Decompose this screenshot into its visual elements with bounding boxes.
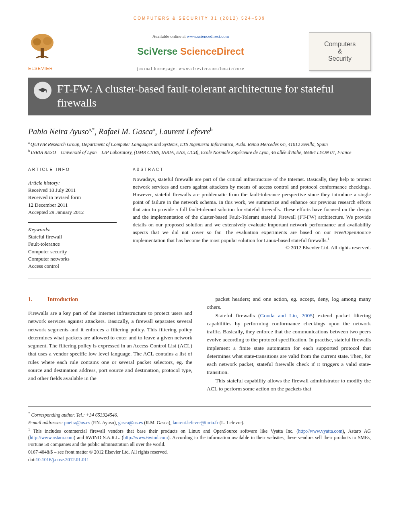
history-revised-1: Received in revised form	[28, 194, 117, 201]
corr-label: Corresponding author. Tel.: +34 65332454…	[31, 412, 118, 418]
affil-a-text: QUIVIR Research Group, Department of Com…	[31, 142, 328, 147]
section-title: Introduction	[47, 296, 78, 302]
abstract-body: Nowadays, stateful firewalls are part of…	[133, 176, 371, 243]
keyword-item: Stateful firewall	[28, 233, 117, 240]
abstract-column: ABSTRACT Nowadays, stateful firewalls ar…	[133, 167, 371, 276]
author-1-sup: a,*	[89, 127, 95, 132]
history-accepted: Accepted 29 January 2012	[28, 209, 117, 216]
affiliation-b: bINRIA RESO – Université of Lyon – LIP L…	[28, 148, 371, 156]
article-history: Article history: Received 18 July 2011 R…	[28, 176, 117, 216]
affil-b-text: INRIA RESO – Université of Lyon – LIP La…	[31, 150, 352, 155]
available-online: Available online at www.sciencedirect.co…	[72, 34, 309, 39]
author-3-sup: b	[210, 127, 212, 132]
front-matter: 0167-4048/$ – see front matter © 2012 El…	[28, 449, 371, 456]
keyword-item: Fault-tolerance	[28, 240, 117, 248]
sciencedirect-link[interactable]: www.sciencedirect.com	[187, 34, 229, 39]
authors-line: Pablo Neira Ayusoa,*, Rafael M. Gascaa, …	[28, 127, 371, 136]
keyword-item: Access control	[28, 263, 117, 270]
affil-a-sup: a	[28, 141, 30, 145]
body-paragraph: packet headers; and one action, eg. acce…	[207, 295, 371, 312]
author-1: Pablo Neira Ayuso	[28, 127, 89, 136]
body-text: ) extend packet filtering capabilities b…	[207, 312, 371, 376]
sciverse-text-a: SciVerse	[137, 46, 180, 57]
doi-line: doi:10.1016/j.cose.2012.01.011	[28, 456, 371, 463]
divider	[28, 279, 371, 279]
running-head: computers & security 31 (2012) 524–539	[28, 16, 371, 21]
journal-title-line2: Security	[328, 55, 352, 62]
title-bar: FT-FW: A cluster-based fault-tolerant ar…	[28, 78, 371, 115]
body-paragraph: Firewalls are a key part of the Internet…	[28, 309, 192, 382]
affil-b-sup: b	[28, 149, 30, 153]
email-link[interactable]: gasca@us.es	[118, 420, 143, 425]
info-abstract-row: ARTICLE INFO Article history: Received 1…	[28, 167, 371, 276]
abstract-footnote-marker: 1	[328, 237, 330, 241]
email-who: (P.N. Ayuso),	[90, 420, 118, 425]
svg-rect-5	[41, 91, 44, 92]
keywords-label: Keywords:	[28, 226, 117, 233]
citation-link[interactable]: Gouda and Liu, 2005	[260, 312, 313, 318]
header-center: Available online at www.sciencedirect.co…	[72, 32, 309, 71]
publisher-name: ELSEVIER	[28, 66, 53, 71]
doi-link[interactable]: 10.1016/j.cose.2012.01.011	[36, 457, 89, 462]
sciverse-text-b: ScienceDirect	[180, 46, 244, 57]
section-number: 1.	[28, 295, 47, 304]
email-link[interactable]: pneira@us.es	[64, 420, 90, 425]
body-paragraph: This stateful capability allows the fire…	[207, 377, 371, 393]
affiliation-a: aQUIVIR Research Group, Department of Co…	[28, 140, 371, 148]
vendor-link[interactable]: http://www.astaro.com	[30, 435, 74, 440]
header-box: ELSEVIER Available online at www.science…	[28, 28, 371, 75]
article-title: FT-FW: A cluster-based fault-tolerant ar…	[57, 82, 365, 110]
history-label: Article history:	[28, 179, 117, 187]
keyword-item: Computer networks	[28, 255, 117, 263]
history-received: Received 18 July 2011	[28, 187, 117, 194]
corresponding-author: * Corresponding author. Tel.: +34 653324…	[28, 411, 371, 419]
journal-homepage: journal homepage: www.elsevier.com/locat…	[72, 66, 309, 71]
sciverse-logo: SciVerse ScienceDirect	[72, 46, 309, 57]
vendor-link[interactable]: http://www.vyatta.com	[298, 428, 342, 434]
author-2: Rafael M. Gasca	[99, 127, 153, 136]
author-2-sup: a	[153, 127, 155, 132]
journal-title-line1: Computers	[324, 41, 356, 48]
svg-point-2	[43, 37, 52, 45]
journal-title-amp: &	[338, 48, 342, 55]
svg-point-1	[33, 38, 41, 45]
emails-label: E-mail addresses:	[28, 420, 64, 425]
author-3: Laurent Lefevre	[159, 127, 210, 136]
footnote-1: 1 This includes commercial firewall vend…	[28, 427, 371, 448]
abstract-text: Nowadays, stateful firewalls are part of…	[133, 176, 371, 244]
abstract-copyright: © 2012 Elsevier Ltd. All rights reserved…	[133, 244, 371, 251]
history-revised-2: 12 December 2011	[28, 201, 117, 209]
graduation-cap-icon	[34, 82, 51, 99]
available-text: Available online at	[152, 34, 187, 39]
divider	[28, 163, 371, 163]
article-info-head: ARTICLE INFO	[28, 167, 117, 172]
keywords-block: Keywords: Stateful firewall Fault-tolera…	[28, 222, 117, 270]
footnote-text: ) and 6WIND S.A.R.L. (	[74, 435, 123, 440]
elsevier-tree-icon	[28, 32, 56, 64]
footnotes: * Corresponding author. Tel.: +34 653324…	[28, 407, 371, 463]
email-link[interactable]: laurent.lefevre@inria.fr	[173, 420, 218, 425]
email-addresses: E-mail addresses: pneira@us.es (P.N. Ayu…	[28, 419, 371, 426]
doi-label: doi:	[28, 457, 36, 462]
vendor-link[interactable]: http://www.6wind.com	[123, 435, 168, 440]
article-info-column: ARTICLE INFO Article history: Received 1…	[28, 167, 117, 276]
email-who: (R.M. Gasca),	[143, 420, 173, 425]
journal-cover: Computers & Security	[309, 32, 371, 71]
publisher-logo-col: ELSEVIER	[28, 32, 72, 71]
body-paragraph: Stateful firewalls (Gouda and Liu, 2005)…	[207, 312, 371, 377]
corr-sup: *	[28, 411, 30, 415]
body-columns: 1.Introduction Firewalls are a key part …	[28, 295, 371, 393]
abstract-head: ABSTRACT	[133, 167, 371, 172]
email-who: (L. Lefevre).	[218, 420, 245, 425]
body-text: Stateful firewalls (	[216, 312, 260, 318]
footnote-text: This includes commercial firewall vendor…	[30, 428, 298, 434]
section-heading: 1.Introduction	[28, 295, 192, 304]
keyword-item: Computer security	[28, 248, 117, 255]
page-container: computers & security 31 (2012) 524–539 E…	[0, 0, 399, 480]
